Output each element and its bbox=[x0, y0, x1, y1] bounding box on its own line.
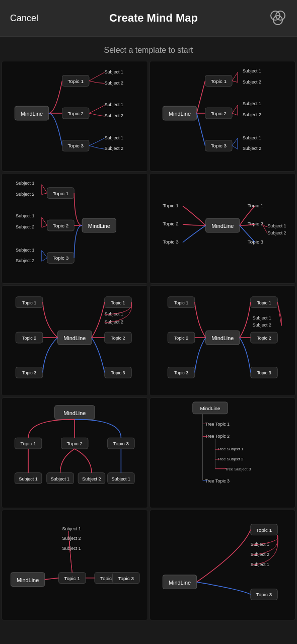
template-card-2[interactable]: MindLine Topic 1 Topic 2 Topic 3 Subject… bbox=[150, 61, 296, 172]
svg-text:MindLine: MindLine bbox=[88, 223, 110, 229]
svg-text:Subject 1: Subject 1 bbox=[16, 248, 34, 253]
svg-line-109 bbox=[277, 302, 281, 326]
svg-line-58 bbox=[42, 193, 47, 195]
venn-icon bbox=[269, 9, 287, 27]
svg-text:Subject 2: Subject 2 bbox=[242, 79, 261, 85]
svg-text:Topic 1: Topic 1 bbox=[210, 78, 227, 84]
svg-text:Topic 2: Topic 2 bbox=[67, 441, 83, 446]
svg-text:Tree Topic 2: Tree Topic 2 bbox=[205, 434, 230, 439]
svg-text:MindLine: MindLine bbox=[211, 223, 234, 229]
svg-line-33 bbox=[196, 113, 205, 145]
svg-text:Subject 1: Subject 1 bbox=[105, 102, 123, 107]
svg-text:Topic 1: Topic 1 bbox=[174, 300, 188, 305]
svg-text:Subject 1: Subject 1 bbox=[62, 526, 81, 531]
svg-line-61 bbox=[42, 225, 47, 227]
svg-text:Topic 3: Topic 3 bbox=[163, 239, 179, 245]
svg-text:Topic 2: Topic 2 bbox=[210, 111, 226, 116]
svg-text:Subject 1: Subject 1 bbox=[19, 476, 38, 481]
app-header: Cancel Create Mind Map bbox=[0, 0, 297, 37]
svg-text:Subject 1: Subject 1 bbox=[242, 101, 261, 106]
svg-text:Subject 1: Subject 1 bbox=[250, 542, 269, 547]
svg-text:Topic 2: Topic 2 bbox=[257, 336, 271, 341]
template-card-8[interactable]: MindLine Tree Topic 1 Tree Topic 2 Tree … bbox=[150, 397, 296, 508]
svg-text:MindLine: MindLine bbox=[63, 335, 86, 341]
svg-text:Subject 2: Subject 2 bbox=[252, 323, 271, 328]
svg-text:Subject 2: Subject 2 bbox=[62, 536, 81, 541]
svg-text:Topic 2: Topic 2 bbox=[68, 111, 84, 116]
page-title: Create Mind Map bbox=[109, 12, 198, 25]
svg-text:Subject 1: Subject 1 bbox=[105, 135, 123, 140]
svg-line-40 bbox=[232, 138, 238, 146]
svg-text:Topic 2: Topic 2 bbox=[111, 336, 125, 341]
svg-text:Topic 2: Topic 2 bbox=[247, 221, 263, 226]
svg-text:Topic 3: Topic 3 bbox=[113, 441, 129, 446]
subtitle-text: Select a template to start bbox=[0, 37, 297, 61]
svg-text:Subject 1: Subject 1 bbox=[112, 476, 130, 481]
svg-text:Topic 1: Topic 1 bbox=[22, 300, 36, 305]
svg-text:Subject 2: Subject 2 bbox=[105, 113, 123, 118]
svg-text:Subject 2: Subject 2 bbox=[16, 192, 34, 197]
svg-text:Topic 3: Topic 3 bbox=[256, 592, 272, 597]
svg-text:Subject 2: Subject 2 bbox=[16, 258, 34, 263]
svg-text:Subject 1: Subject 1 bbox=[267, 223, 286, 228]
svg-line-41 bbox=[232, 145, 238, 149]
svg-text:Tree Topic 1: Tree Topic 1 bbox=[205, 422, 230, 427]
svg-text:Subject 2: Subject 2 bbox=[105, 319, 123, 325]
svg-text:Topic 3: Topic 3 bbox=[68, 143, 84, 148]
svg-text:Subject 2: Subject 2 bbox=[82, 476, 101, 481]
template-card-9[interactable]: MindLine Topic 1 Topic 2 Topic 3 Subject… bbox=[2, 510, 148, 620]
svg-text:Topic 1: Topic 1 bbox=[53, 191, 69, 196]
svg-text:Topic 2: Topic 2 bbox=[53, 223, 68, 228]
svg-text:Subject 2: Subject 2 bbox=[105, 146, 123, 151]
svg-text:MindLine: MindLine bbox=[168, 111, 190, 117]
svg-text:Topic 1: Topic 1 bbox=[20, 441, 36, 446]
svg-line-34 bbox=[232, 72, 238, 81]
svg-text:Subject 2: Subject 2 bbox=[267, 230, 286, 235]
svg-text:Tree Subject 3: Tree Subject 3 bbox=[225, 467, 251, 471]
svg-text:Subject 2: Subject 2 bbox=[242, 112, 261, 117]
template-card-5[interactable]: MindLine Topic 1 Topic 2 Topic 3 Topic 1… bbox=[2, 285, 148, 396]
svg-text:Topic 3: Topic 3 bbox=[111, 370, 125, 375]
template-card-6[interactable]: MindLine Topic 1 Topic 2 Topic 3 Topic 1… bbox=[150, 285, 296, 396]
svg-line-35 bbox=[232, 81, 238, 83]
svg-text:Subject 1: Subject 1 bbox=[242, 135, 261, 140]
template-card-3[interactable]: MindLine Topic 1 Topic 2 Topic 3 Subject… bbox=[2, 173, 148, 284]
svg-line-63 bbox=[42, 251, 47, 258]
svg-text:Subject 1: Subject 1 bbox=[250, 562, 269, 567]
svg-text:Tree Subject 1: Tree Subject 1 bbox=[217, 447, 244, 451]
svg-text:Subject 2: Subject 2 bbox=[242, 146, 261, 151]
svg-text:MindLine: MindLine bbox=[21, 111, 43, 117]
svg-text:Subject 1: Subject 1 bbox=[51, 476, 69, 481]
svg-text:Topic 1: Topic 1 bbox=[163, 203, 179, 208]
svg-text:Subject 1: Subject 1 bbox=[105, 69, 123, 74]
svg-line-38 bbox=[232, 113, 238, 115]
cancel-button[interactable]: Cancel bbox=[10, 13, 38, 24]
svg-line-60 bbox=[42, 217, 47, 225]
svg-text:Topic 3: Topic 3 bbox=[53, 255, 69, 261]
svg-text:MindLine: MindLine bbox=[63, 410, 86, 416]
svg-text:MindLine: MindLine bbox=[200, 406, 220, 411]
template-card-1[interactable]: MindLine Topic 1 Topic 2 Topic 3 Subject… bbox=[2, 61, 148, 172]
svg-text:MindLine: MindLine bbox=[168, 580, 190, 586]
svg-line-57 bbox=[42, 185, 47, 193]
svg-text:Topic 1: Topic 1 bbox=[111, 300, 125, 305]
svg-text:Tree Subject 2: Tree Subject 2 bbox=[217, 457, 243, 461]
template-card-7[interactable]: MindLine Topic 1 Topic 2 Topic 3 Subject… bbox=[2, 397, 148, 508]
template-card-10[interactable]: MindLine Topic 1 Topic 3 Subject 1 Subje… bbox=[150, 510, 296, 620]
template-card-4[interactable]: MindLine Topic 1 Topic 2 Topic 3 Topic 1… bbox=[150, 173, 296, 284]
svg-text:Topic 2: Topic 2 bbox=[163, 221, 178, 226]
svg-text:Subject 1: Subject 1 bbox=[242, 68, 261, 73]
svg-text:Subject 1: Subject 1 bbox=[252, 315, 271, 320]
svg-line-31 bbox=[196, 81, 205, 113]
svg-text:Topic 3: Topic 3 bbox=[210, 143, 227, 148]
svg-text:MindLine: MindLine bbox=[211, 335, 234, 341]
svg-text:Topic 3: Topic 3 bbox=[22, 370, 36, 375]
svg-text:Topic 1: Topic 1 bbox=[256, 527, 272, 533]
svg-text:Topic 1: Topic 1 bbox=[247, 203, 263, 208]
svg-text:Topic 3: Topic 3 bbox=[118, 576, 134, 581]
svg-text:Subject 2: Subject 2 bbox=[105, 80, 123, 86]
svg-line-64 bbox=[42, 258, 47, 261]
svg-text:Topic 3: Topic 3 bbox=[257, 370, 271, 375]
svg-text:Tree Topic 3: Tree Topic 3 bbox=[205, 478, 230, 484]
svg-line-37 bbox=[232, 105, 238, 113]
